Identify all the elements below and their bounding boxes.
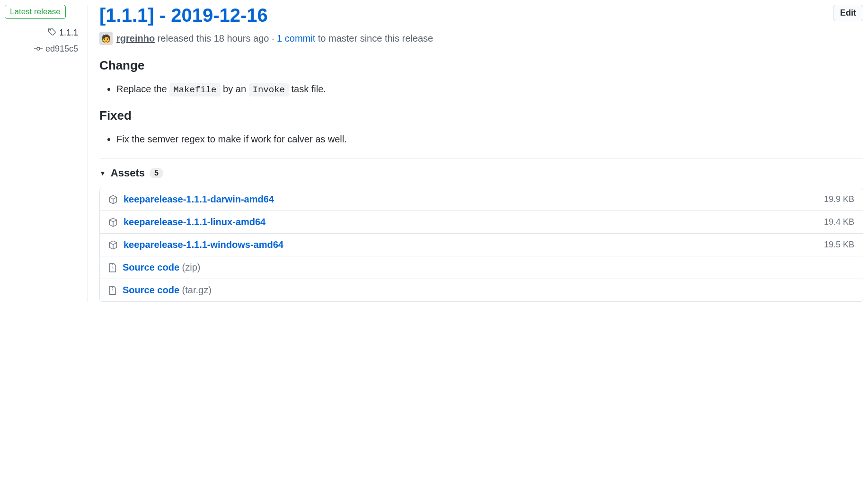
asset-link[interactable]: keeparelease-1.1.1-windows-amd64: [124, 239, 283, 250]
tag-row[interactable]: 1.1.1: [5, 27, 78, 38]
package-icon: [108, 218, 118, 227]
code-makefile: Makefile: [169, 83, 220, 96]
svg-point-0: [50, 29, 51, 30]
asset-link[interactable]: Source code (tar.gz): [123, 285, 212, 296]
author-separator: ·: [269, 33, 277, 44]
author-line: 🧑 rgreinho released this 18 hours ago · …: [99, 32, 863, 45]
release-sidebar: Latest release 1.1.1 ed915c5: [5, 5, 88, 302]
asset-size: 19.4 KB: [824, 217, 854, 227]
file-zip-icon: [108, 286, 117, 295]
assets-toggle[interactable]: ▼ Assets 5: [99, 167, 863, 179]
assets-label: Assets: [111, 167, 145, 179]
asset-row: keeparelease-1.1.1-windows-amd6419.5 KB: [100, 234, 863, 256]
package-icon: [108, 195, 118, 204]
package-icon: [108, 240, 118, 250]
file-zip-icon: [108, 263, 117, 272]
tag-icon: [48, 27, 56, 38]
fixed-list-item: Fix the semver regex to make if work for…: [116, 132, 863, 147]
assets-list: keeparelease-1.1.1-darwin-amd6419.9 KB k…: [99, 188, 863, 302]
asset-link[interactable]: keeparelease-1.1.1-linux-amd64: [124, 217, 266, 228]
tag-name: 1.1.1: [59, 28, 78, 38]
divider: [99, 158, 863, 158]
latest-release-badge: Latest release: [5, 5, 66, 19]
code-invoke: Invoke: [249, 83, 289, 96]
avatar[interactable]: 🧑: [99, 32, 113, 45]
asset-size: 19.9 KB: [824, 194, 854, 204]
asset-row: keeparelease-1.1.1-darwin-amd6419.9 KB: [100, 188, 863, 211]
commit-icon: [34, 44, 43, 54]
release-title-link[interactable]: [1.1.1] - 2019-12-16: [99, 5, 268, 26]
released-text: released this: [155, 33, 214, 44]
release-main: [1.1.1] - 2019-12-16 Edit 🧑 rgreinho rel…: [88, 5, 863, 302]
asset-ext: (tar.gz): [179, 285, 212, 295]
change-list-item: Replace the Makefile by an Invoke task f…: [116, 81, 863, 97]
commits-suffix: to master since this release: [315, 33, 433, 44]
time-ago: 18 hours ago: [214, 33, 269, 44]
edit-button[interactable]: Edit: [833, 5, 863, 21]
svg-point-1: [37, 47, 40, 50]
asset-row: Source code (tar.gz): [100, 279, 863, 301]
asset-ext: (zip): [179, 262, 200, 272]
section-heading-fixed: Fixed: [99, 108, 863, 123]
assets-count: 5: [150, 168, 163, 178]
asset-link[interactable]: keeparelease-1.1.1-darwin-amd64: [124, 194, 274, 205]
caret-down-icon: ▼: [99, 169, 106, 177]
commits-link[interactable]: 1 commit: [277, 33, 315, 44]
section-heading-change: Change: [99, 58, 863, 73]
asset-link[interactable]: Source code (zip): [123, 262, 201, 273]
asset-row: keeparelease-1.1.1-linux-amd6419.4 KB: [100, 211, 863, 234]
asset-size: 19.5 KB: [824, 240, 854, 250]
author-link[interactable]: rgreinho: [116, 33, 155, 44]
commit-sha: ed915c5: [45, 44, 78, 54]
commit-row[interactable]: ed915c5: [5, 44, 78, 54]
release-body: Change Replace the Makefile by an Invoke…: [99, 58, 863, 147]
release-title: [1.1.1] - 2019-12-16: [99, 5, 268, 26]
asset-row: Source code (zip): [100, 256, 863, 279]
